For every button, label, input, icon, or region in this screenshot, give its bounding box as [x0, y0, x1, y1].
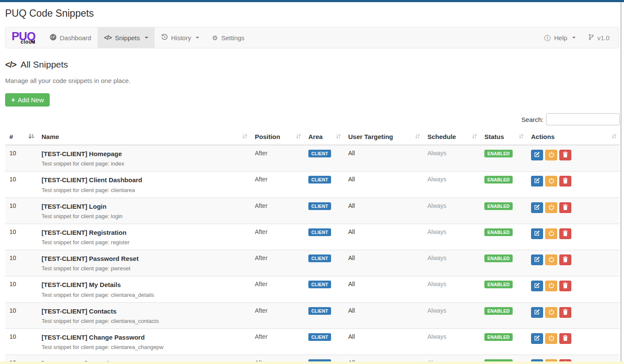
toggle-button[interactable] [545, 150, 557, 160]
edit-button[interactable] [531, 176, 543, 186]
column-header-name[interactable]: Name [37, 129, 251, 145]
toggle-button[interactable] [545, 228, 557, 239]
column-label: Position [255, 133, 280, 140]
snippet-description: Test snippet for client page: clientarea… [42, 318, 246, 324]
cell-actions [527, 172, 620, 198]
delete-button[interactable] [559, 281, 571, 291]
cell-name: [TEST-CLIENT] Contacts Test snippet for … [37, 302, 251, 328]
cell-user-targeting: All [344, 302, 423, 328]
column-header-area[interactable]: Area [304, 129, 344, 145]
status-badge: ENABLED [484, 150, 513, 157]
delete-button[interactable] [559, 228, 571, 239]
cell-position: After [251, 276, 304, 302]
snippets-table-body: 10 [TEST-CLIENT] Homepage Test snippet f… [5, 145, 620, 364]
sort-both-icon [472, 133, 477, 140]
search-input[interactable] [546, 113, 620, 125]
edit-icon [534, 178, 540, 185]
delete-button[interactable] [559, 333, 571, 344]
delete-button[interactable] [559, 255, 571, 265]
area-badge: CLIENT [308, 150, 331, 157]
cell-order: 10 [5, 302, 37, 328]
area-badge: CLIENT [308, 228, 331, 236]
cell-user-targeting: All [344, 145, 423, 172]
cell-actions [527, 145, 620, 172]
delete-button[interactable] [559, 307, 571, 318]
column-label: Status [484, 133, 504, 140]
cell-status: ENABLED [480, 198, 527, 224]
column-header-position[interactable]: Position [251, 129, 304, 145]
nav-item-dashboard[interactable]: Dashboard [43, 27, 98, 48]
toggle-button[interactable] [545, 255, 557, 265]
delete-button[interactable] [559, 176, 571, 186]
column-header-schedule[interactable]: Schedule [423, 129, 480, 145]
toggle-button[interactable] [545, 307, 557, 318]
status-badge: ENABLED [484, 307, 513, 315]
cell-schedule: Always [423, 224, 480, 250]
power-icon [549, 282, 554, 290]
status-badge: ENABLED [484, 176, 513, 183]
sort-both-icon [612, 133, 617, 140]
nav-item-label: Dashboard [60, 34, 91, 41]
edit-icon [534, 204, 540, 211]
delete-button[interactable] [559, 202, 571, 213]
cell-status: ENABLED [480, 145, 527, 172]
add-new-label: Add New [18, 96, 44, 104]
cell-name: [TEST-CLIENT] Login Test snippet for cli… [37, 198, 251, 224]
cell-position: After [251, 224, 304, 250]
cell-status: ENABLED [480, 172, 527, 198]
column-header-user-targeting[interactable]: User Targeting [344, 129, 423, 145]
column-header-status[interactable]: Status [480, 129, 527, 145]
edit-button[interactable] [531, 307, 543, 318]
cell-user-targeting: All [344, 250, 423, 276]
area-badge: CLIENT [308, 176, 331, 183]
cell-area: CLIENT [304, 302, 344, 328]
table-row: 10 [TEST-CLIENT] Homepage Test snippet f… [5, 145, 620, 172]
add-new-button[interactable]: + Add New [5, 93, 50, 107]
column-header-order[interactable]: # [5, 129, 37, 145]
status-badge: ENABLED [484, 202, 513, 210]
sort-both-icon [415, 133, 420, 140]
chevron-down-icon [572, 37, 576, 38]
nav-item-label: Settings [221, 34, 245, 41]
snippet-name: [TEST-CLIENT] Password Reset [42, 255, 246, 263]
cell-order: 10 [5, 250, 37, 276]
power-icon [549, 256, 554, 263]
column-label: Area [308, 133, 322, 140]
toggle-button[interactable] [545, 202, 557, 213]
edit-button[interactable] [531, 228, 543, 239]
brand-logo[interactable]: PUQ cloud [6, 27, 43, 48]
edit-button[interactable] [531, 255, 543, 265]
delete-button[interactable] [559, 150, 571, 160]
cell-position: After [251, 302, 304, 328]
navbar: PUQ cloud Dashboard </> Snippets History… [5, 27, 619, 48]
nav-item-help[interactable]: ⓘ Help [538, 27, 582, 48]
next-row-partial [0, 361, 624, 364]
edit-button[interactable] [531, 333, 543, 344]
cell-area: CLIENT [304, 328, 344, 355]
history-icon [161, 34, 168, 42]
column-label: # [9, 133, 13, 140]
cell-user-targeting: All [344, 328, 423, 355]
trash-icon [563, 282, 568, 290]
snippet-name: [TEST-CLIENT] Change Password [42, 333, 246, 342]
edit-button[interactable] [531, 202, 543, 213]
area-badge: CLIENT [308, 333, 331, 341]
edit-button[interactable] [531, 281, 543, 291]
column-label: Schedule [427, 133, 456, 140]
cell-status: ENABLED [480, 302, 527, 328]
nav-item-history[interactable]: History [155, 27, 206, 48]
cell-position: After [251, 145, 304, 172]
sort-both-icon [296, 133, 301, 140]
nav-item-settings[interactable]: ⚙ Settings [206, 27, 251, 48]
column-header-actions[interactable]: Actions [527, 129, 620, 145]
code-icon: </> [5, 60, 16, 70]
cell-schedule: Always [423, 172, 480, 198]
toggle-button[interactable] [545, 281, 557, 291]
nav-item-snippets[interactable]: </> Snippets [98, 27, 155, 48]
toggle-button[interactable] [545, 333, 557, 344]
toggle-button[interactable] [545, 176, 557, 186]
power-icon [549, 151, 554, 159]
edit-button[interactable] [531, 150, 543, 160]
nav-item-label: Snippets [115, 34, 140, 41]
snippet-description: Test snippet for client page: register [42, 239, 246, 246]
